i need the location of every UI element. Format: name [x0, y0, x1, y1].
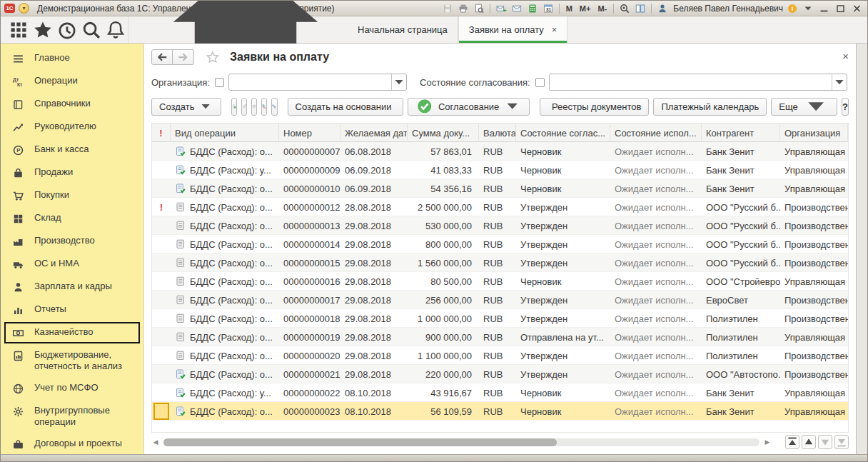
sidebar-item-manager[interactable]: Руководителю: [1, 116, 143, 139]
date-cell[interactable]: 28.08.2018: [340, 198, 408, 216]
execution-state-cell[interactable]: Ожидает исполн...: [610, 291, 702, 309]
execution-state-cell[interactable]: Ожидает исполн...: [610, 272, 702, 291]
history-clock-icon[interactable]: [55, 19, 79, 41]
column-header-6[interactable]: Состояние соглас...: [516, 124, 610, 142]
memory-minus-button[interactable]: M-: [595, 4, 609, 13]
split-view-icon[interactable]: [634, 3, 647, 14]
organization-cell[interactable]: Производственн...: [780, 365, 848, 383]
forward-button[interactable]: [173, 49, 194, 65]
copy-document-button[interactable]: [231, 98, 237, 116]
date-cell[interactable]: 29.08.2018: [340, 272, 408, 291]
execution-state-cell[interactable]: Ожидает исполн...: [610, 253, 702, 272]
sidebar-item-purchases[interactable]: Покупки: [1, 184, 143, 207]
number-cell[interactable]: 00000000017: [279, 291, 340, 309]
approval-state-cell[interactable]: Черновик: [516, 383, 610, 402]
counterparty-cell[interactable]: ЕвроСвет: [702, 291, 780, 309]
table-row[interactable]: ! БДДС (Расход): о... 00000000012 28.08.…: [152, 198, 848, 216]
column-header-3[interactable]: Желаемая дата: [340, 124, 408, 142]
alert-cell[interactable]: [152, 383, 171, 402]
date-cell[interactable]: 08.10.2018: [340, 383, 408, 402]
operation-cell[interactable]: БДДС (Расход): о...: [171, 328, 279, 346]
sidebar-item-budgeting[interactable]: Бюджетирование, отчетность и анализ: [1, 344, 143, 377]
table-row[interactable]: БДДС (Расход): у... 00000000009 06.09.20…: [152, 161, 848, 179]
table-row[interactable]: БДДС (Расход): о... 00000000023 08.10.20…: [152, 402, 848, 421]
date-cell[interactable]: 29.08.2018: [340, 235, 408, 253]
execution-state-cell[interactable]: Ожидает исполн...: [610, 365, 702, 383]
approval-state-cell[interactable]: Утвержден: [516, 198, 610, 216]
table-row[interactable]: БДДС (Расход): о... 00000000020 29.08.20…: [152, 346, 848, 365]
maximize-button[interactable]: [834, 3, 847, 14]
document-structure-button[interactable]: [271, 98, 277, 116]
execution-state-cell[interactable]: Ожидает исполн...: [610, 161, 702, 179]
discussion-button[interactable]: [251, 98, 257, 116]
organization-cell[interactable]: Производственн...: [780, 198, 848, 216]
table-row[interactable]: БДДС (Расход): о... 00000000007 06.08.20…: [152, 142, 848, 161]
table-row[interactable]: БДДС (Расход): о... 00000000016 29.08.20…: [152, 272, 848, 291]
organization-cell[interactable]: Производственн...: [780, 235, 848, 253]
number-cell[interactable]: 00000000007: [279, 142, 340, 161]
organization-cell[interactable]: Производственн...: [780, 253, 848, 272]
currency-cell[interactable]: RUB: [479, 198, 516, 216]
date-cell[interactable]: 06.09.2018: [340, 161, 408, 179]
organization-cell[interactable]: Производственн...: [780, 291, 848, 309]
amount-cell[interactable]: 530 000,00: [408, 216, 479, 235]
amount-cell[interactable]: 800 000,00: [408, 235, 479, 253]
system-menu-button[interactable]: ▾: [19, 3, 29, 14]
sidebar-item-sales[interactable]: Продажи: [1, 161, 143, 184]
operation-cell[interactable]: БДДС (Расход): о...: [171, 272, 279, 291]
page-down-button[interactable]: [818, 435, 832, 449]
execution-state-cell[interactable]: Ожидает исполн...: [610, 383, 702, 402]
memory-button[interactable]: M: [564, 4, 575, 13]
approval-state-cell[interactable]: Черновик: [516, 161, 610, 179]
sidebar-item-references[interactable]: Справочники: [1, 93, 143, 116]
alert-cell[interactable]: [152, 291, 171, 309]
date-cell[interactable]: 08.10.2018: [340, 402, 408, 421]
counterparty-cell[interactable]: Банк Зенит: [702, 402, 780, 421]
operation-cell[interactable]: БДДС (Расход): у...: [171, 161, 279, 179]
calendar-icon[interactable]: 31: [542, 3, 555, 14]
minimize-button[interactable]: [817, 3, 831, 14]
column-header-5[interactable]: Валюта: [479, 124, 516, 142]
column-header-4[interactable]: Сумма доку...: [408, 124, 479, 142]
favorite-star-icon[interactable]: [206, 50, 220, 64]
mail-icon[interactable]: [510, 3, 523, 14]
table-row[interactable]: БДДС (Расход): о... 00000000021 29.08.20…: [152, 365, 848, 383]
counterparty-cell[interactable]: Банк Зенит: [702, 383, 780, 402]
alert-cell[interactable]: [152, 346, 171, 365]
zoom-icon[interactable]: [618, 3, 631, 14]
amount-cell[interactable]: 220 000,00: [408, 365, 479, 383]
approval-state-filter-checkbox[interactable]: [535, 78, 545, 87]
organization-cell[interactable]: Управляющая ко...: [780, 142, 848, 161]
document-registers-button[interactable]: Реестры документов: [540, 98, 650, 116]
organization-cell[interactable]: Управляющая ко...: [780, 402, 848, 421]
date-cell[interactable]: 06.09.2018: [340, 179, 408, 198]
close-button[interactable]: [850, 3, 864, 14]
approval-state-cell[interactable]: Отправлена на ут...: [516, 328, 610, 346]
amount-cell[interactable]: 2 500 000,00: [408, 198, 479, 216]
approval-state-cell[interactable]: Утвержден: [516, 346, 610, 365]
table-row[interactable]: БДДС (Расход): о... 00000000019 29.08.20…: [152, 328, 848, 346]
amount-cell[interactable]: 900 000,00: [408, 328, 479, 346]
scrollbar-track[interactable]: [163, 438, 760, 446]
operation-cell[interactable]: БДДС (Расход): о...: [171, 291, 279, 309]
alert-cell[interactable]: [153, 403, 169, 420]
operation-cell[interactable]: БДДС (Расход): у...: [171, 383, 279, 402]
sidebar-item-intragroup[interactable]: Внутригрупповые операции: [1, 400, 143, 433]
organization-cell[interactable]: Производственн...: [780, 346, 848, 365]
currency-cell[interactable]: RUB: [479, 161, 516, 179]
counterparty-cell[interactable]: Банк Зенит: [702, 142, 780, 161]
organization-cell[interactable]: Производственн...: [780, 216, 848, 235]
alert-cell[interactable]: [152, 216, 171, 235]
more-button[interactable]: Еще: [771, 98, 837, 116]
dropdown-arrow-icon[interactable]: [832, 74, 847, 90]
tools-menu-icon[interactable]: [6, 19, 31, 41]
sidebar-item-reports[interactable]: Отчеты: [1, 298, 143, 321]
chevron-down-icon[interactable]: [802, 3, 814, 14]
operation-cell[interactable]: БДДС (Расход): о...: [171, 235, 279, 253]
execution-state-cell[interactable]: Ожидает исполн...: [610, 235, 702, 253]
column-header-0[interactable]: !: [152, 124, 171, 142]
sidebar-item-production[interactable]: Производство: [1, 230, 143, 253]
alert-cell[interactable]: [152, 309, 171, 328]
operation-cell[interactable]: БДДС (Расход): о...: [171, 309, 279, 328]
counterparty-cell[interactable]: Полиэтилен: [702, 328, 780, 346]
